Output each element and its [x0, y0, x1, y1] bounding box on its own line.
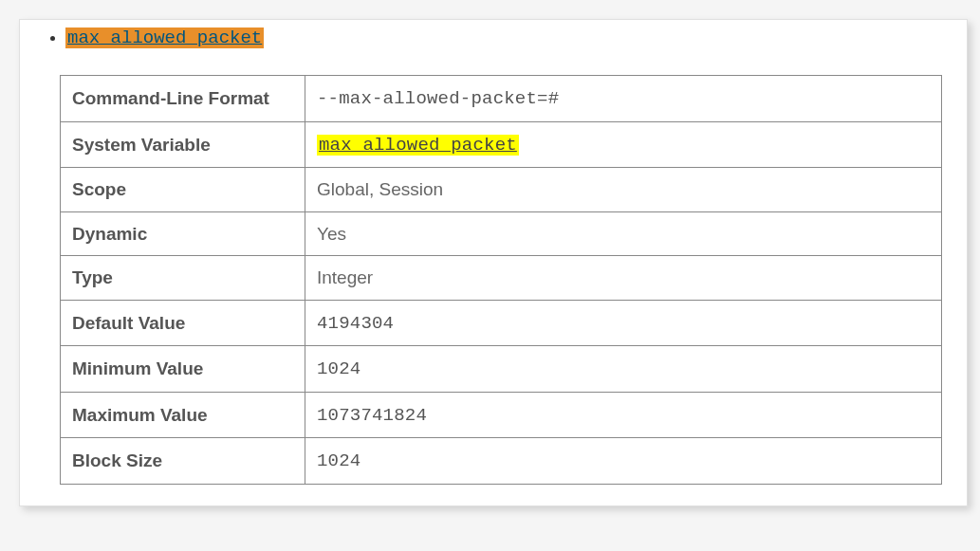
table-row: Maximum Value 1073741824: [61, 392, 942, 438]
row-value-default-value: 4194304: [305, 300, 942, 346]
row-value-command-line-format: --max-allowed-packet=#: [305, 76, 942, 122]
code-text: 1024: [317, 358, 361, 379]
variable-name-link[interactable]: max_allowed_packet: [65, 28, 264, 48]
code-text: --max-allowed-packet=#: [317, 88, 559, 109]
table-row: Minimum Value 1024: [61, 346, 942, 393]
row-label-default-value: Default Value: [61, 300, 305, 346]
table-row: Command-Line Format --max-allowed-packet…: [61, 76, 942, 122]
row-value-maximum-value: 1073741824: [305, 392, 942, 438]
table-row: Block Size 1024: [61, 438, 942, 485]
variable-spec-table: Command-Line Format --max-allowed-packet…: [60, 75, 942, 485]
table-row: Type Integer: [61, 256, 942, 301]
row-label-command-line-format: Command-Line Format: [61, 76, 305, 122]
row-value-block-size: 1024: [305, 438, 942, 485]
row-label-scope: Scope: [61, 168, 305, 212]
variable-spec-card: max_allowed_packet Command-Line Format -…: [19, 19, 968, 506]
row-value-dynamic: Yes: [305, 211, 942, 256]
heading-list: max_allowed_packet: [48, 28, 938, 48]
system-variable-link[interactable]: max_allowed_packet: [317, 135, 519, 156]
code-text: 1073741824: [317, 405, 427, 426]
heading-list-item: max_allowed_packet: [65, 28, 938, 48]
row-label-dynamic: Dynamic: [61, 211, 305, 256]
row-value-system-variable: max_allowed_packet: [305, 121, 942, 168]
table-row: Scope Global, Session: [61, 168, 942, 212]
row-value-type: Integer: [305, 256, 942, 301]
row-value-minimum-value: 1024: [305, 346, 942, 393]
row-label-system-variable: System Variable: [61, 121, 305, 168]
table-row: Default Value 4194304: [61, 300, 942, 346]
row-label-type: Type: [61, 256, 305, 301]
table-row: System Variable max_allowed_packet: [61, 121, 942, 168]
row-value-scope: Global, Session: [305, 168, 942, 212]
code-text: 1024: [317, 450, 361, 471]
row-label-minimum-value: Minimum Value: [61, 346, 305, 393]
row-label-maximum-value: Maximum Value: [61, 392, 305, 438]
table-row: Dynamic Yes: [61, 211, 942, 256]
code-text: 4194304: [317, 313, 394, 334]
row-label-block-size: Block Size: [61, 438, 305, 485]
